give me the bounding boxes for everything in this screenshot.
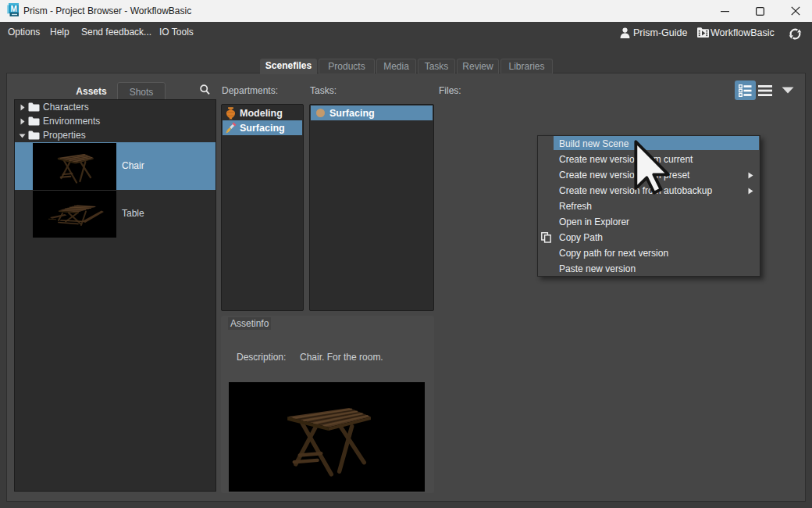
maximize-icon <box>756 7 764 16</box>
departments-label: Departments: <box>222 85 278 97</box>
tree-item-label: Table <box>122 190 144 238</box>
menu-item-copy-path[interactable]: Copy Path <box>538 230 760 245</box>
department-item-label: Modeling <box>240 108 283 119</box>
menu-item-label: Copy Path <box>559 232 603 243</box>
tab-products[interactable]: Products <box>319 59 375 73</box>
user-button[interactable]: Prism-Guide <box>633 22 687 43</box>
tree-item-label: Chair <box>122 142 144 190</box>
tab-label: Media <box>383 61 409 72</box>
tab-media[interactable]: Media <box>376 59 416 73</box>
menu-help[interactable]: Help <box>50 22 69 43</box>
tree-item-characters[interactable]: Characters <box>15 100 215 114</box>
description-value: Chair. For the room. <box>300 352 383 363</box>
departments-list: Modeling Surfacing <box>221 104 304 311</box>
task-item-label: Surfacing <box>329 108 375 119</box>
list-view-button[interactable] <box>757 81 774 99</box>
collapsed-arrow-icon[interactable] <box>20 104 25 111</box>
menu-item-copy-path-next-version[interactable]: Copy path for next version <box>538 245 760 261</box>
menu-item-label: Create new version from current <box>559 154 693 165</box>
chair-thumbnail <box>33 143 116 190</box>
detail-view-button[interactable] <box>735 80 756 100</box>
mouse-cursor <box>634 140 670 195</box>
tab-label: Review <box>462 61 493 72</box>
detail-view-icon <box>739 84 752 97</box>
table-thumbnail <box>33 191 116 238</box>
assetinfo-title: Assetinfo <box>228 317 271 330</box>
menu-item-label: Copy path for next version <box>559 248 668 259</box>
project-button[interactable]: WorkflowBasic <box>710 22 775 43</box>
menu-item-paste-new-version[interactable]: Paste new version <box>538 261 760 277</box>
files-label: Files: <box>439 85 461 97</box>
minimize-icon <box>721 7 729 16</box>
menu-item-label: Paste new version <box>559 263 636 274</box>
tasks-label: Tasks: <box>310 85 337 97</box>
user-icon <box>620 27 630 38</box>
pot-icon <box>226 107 236 120</box>
window-title: Prism - Project Browser - WorkflowBasic <box>23 0 191 22</box>
menu-io-tools[interactable]: IO Tools <box>159 22 194 43</box>
tree-item-table[interactable]: Table <box>15 190 215 238</box>
menu-item-label: Open in Explorer <box>559 216 629 227</box>
expanded-arrow-icon[interactable] <box>19 134 26 138</box>
list-view-icon <box>758 84 772 97</box>
brush-icon <box>226 122 237 134</box>
view-options-dropdown[interactable] <box>780 84 796 97</box>
tab-label: Shots <box>130 87 154 98</box>
chevron-down-icon <box>782 87 794 94</box>
copy-icon <box>541 232 551 243</box>
close-icon <box>791 6 800 16</box>
dot-icon <box>316 109 325 117</box>
tab-label: Libraries <box>508 61 544 72</box>
folder-icon <box>28 131 40 140</box>
tree-item-properties[interactable]: Properties <box>15 128 215 142</box>
tab-tasks[interactable]: Tasks <box>418 59 455 73</box>
tree-item-environments[interactable]: Environments <box>15 114 215 128</box>
tree-item-label: Properties <box>43 128 86 142</box>
menu-item-label: Build new Scene <box>559 138 629 149</box>
project-icon <box>696 27 710 38</box>
maya-app-icon: M <box>7 3 19 16</box>
tasks-list: Surfacing <box>309 104 434 311</box>
department-item-modeling[interactable]: Modeling <box>223 106 302 120</box>
collapsed-arrow-icon[interactable] <box>20 118 25 125</box>
close-button[interactable] <box>778 0 812 22</box>
department-item-surfacing[interactable]: Surfacing <box>223 120 302 135</box>
tab-scenefiles[interactable]: Scenefiles <box>260 59 317 74</box>
svg-text:M: M <box>10 5 16 13</box>
menu-item-label: Create new version from preset <box>559 170 689 181</box>
tab-label: Scenefiles <box>265 60 312 71</box>
department-item-label: Surfacing <box>240 123 285 134</box>
menu-item-refresh[interactable]: Refresh <box>538 199 760 214</box>
menu-send-feedback[interactable]: Send feedback... <box>81 22 151 43</box>
tab-review[interactable]: Review <box>457 59 499 73</box>
tree-item-chair[interactable]: Chair <box>15 142 215 190</box>
search-icon[interactable] <box>200 84 210 95</box>
tree-item-label: Environments <box>43 114 100 128</box>
menu-item-label: Refresh <box>559 201 592 212</box>
tab-label: Products <box>328 61 365 72</box>
menu-options[interactable]: Options <box>8 22 40 43</box>
submenu-arrow-icon <box>748 188 753 195</box>
titlebar: M Prism - Project Browser - WorkflowBasi… <box>0 0 812 22</box>
menubar: Options Help Send feedback... IO Tools P… <box>0 22 812 43</box>
tab-label: Assets <box>76 86 106 97</box>
folder-icon <box>28 102 40 112</box>
tab-libraries[interactable]: Libraries <box>500 59 553 73</box>
tree-item-label: Characters <box>43 100 89 114</box>
menu-item-open-in-explorer[interactable]: Open in Explorer <box>538 214 760 230</box>
description-label: Description: <box>237 352 286 363</box>
asset-preview-image <box>229 382 425 492</box>
task-item-surfacing[interactable]: Surfacing <box>311 106 433 120</box>
folder-icon <box>28 116 40 126</box>
minimize-button[interactable] <box>707 0 743 22</box>
submenu-arrow-icon <box>748 172 753 179</box>
refresh-icon[interactable] <box>788 27 803 41</box>
tab-label: Tasks <box>425 61 449 72</box>
maximize-button[interactable] <box>742 0 778 22</box>
